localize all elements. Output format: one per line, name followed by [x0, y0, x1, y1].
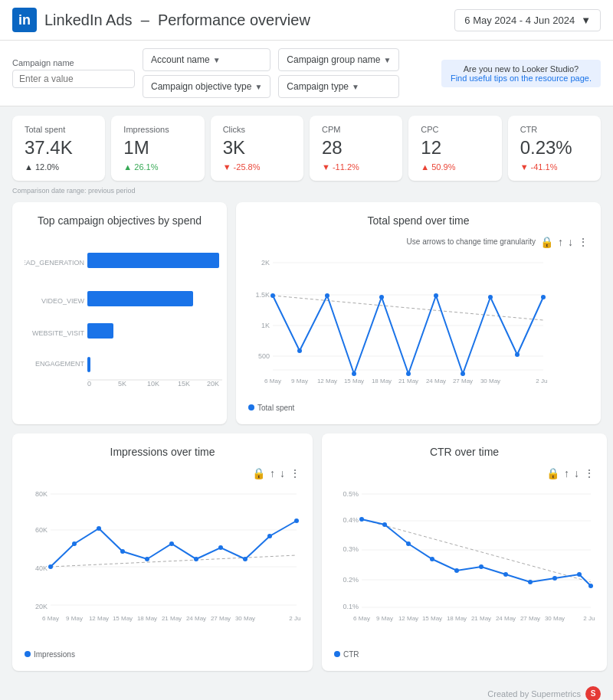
chevron-down-icon: ▼	[383, 56, 391, 64]
svg-point-86	[359, 517, 364, 522]
page-title: LinkedIn Ads – Performance overview	[44, 11, 310, 29]
metric-label: Total spent	[25, 125, 93, 134]
svg-point-58	[145, 557, 149, 561]
campaign-name-input[interactable]	[12, 70, 135, 88]
metric-label: CTR	[520, 125, 588, 134]
svg-text:0.4%: 0.4%	[343, 516, 359, 524]
svg-point-91	[479, 564, 484, 569]
date-range-arrow: ▼	[581, 15, 591, 26]
date-range-selector[interactable]: 6 May 2024 - 4 Jun 2024 ▼	[454, 9, 601, 31]
svg-text:24 May: 24 May	[496, 615, 516, 622]
comparison-text: Comparison date range: previous period	[12, 187, 601, 195]
svg-text:21 May: 21 May	[471, 615, 491, 622]
svg-text:1.5K: 1.5K	[255, 291, 270, 299]
supermetrics-icon: S	[585, 686, 601, 700]
svg-line-53	[51, 555, 297, 567]
svg-text:2 Jun: 2 Jun	[289, 615, 300, 622]
chevron-down-icon: ▼	[352, 83, 359, 91]
spend-chart-legend: Total spent	[248, 404, 588, 412]
svg-text:15 May: 15 May	[344, 378, 364, 384]
ctr-chart-svg: 0.5% 0.4% 0.3% 0.2% 0.1%	[334, 482, 595, 643]
svg-text:5K: 5K	[118, 380, 126, 388]
metric-label: Impressions	[123, 125, 192, 134]
svg-point-34	[541, 295, 546, 299]
down-arrow-icon[interactable]: ↓	[280, 467, 285, 479]
svg-text:9 May: 9 May	[291, 378, 308, 384]
svg-text:27 May: 27 May	[453, 378, 473, 384]
svg-text:ENGAGEMENT: ENGAGEMENT	[35, 360, 85, 368]
metric-card-cpm: CPM 28 ▼ -11.2%	[310, 116, 402, 181]
campaign-name-label: Campaign name	[12, 58, 135, 67]
account-name-dropdown[interactable]: Account name ▼	[143, 48, 270, 71]
spend-chart-svg: 2K 1.5K 1K 500	[248, 251, 547, 397]
up-arrow-icon[interactable]: ↑	[564, 467, 569, 479]
svg-point-62	[243, 557, 247, 561]
top-charts-row: Top campaign objectives by spend LEAD_GE…	[12, 202, 601, 424]
svg-text:9 May: 9 May	[66, 615, 83, 622]
main-content: Total spent 37.4K ▲ 12.0% Impressions 1M…	[0, 106, 613, 680]
svg-text:12 May: 12 May	[398, 615, 418, 622]
objective-type-dropdown[interactable]: Campaign objective type ▼	[143, 75, 270, 98]
svg-text:0: 0	[87, 380, 91, 388]
lock-icon[interactable]: 🔒	[546, 467, 559, 479]
more-icon[interactable]: ⋮	[290, 467, 300, 479]
metric-label: CPM	[322, 125, 390, 134]
svg-text:24 May: 24 May	[186, 615, 206, 622]
metric-value: 37.4K	[25, 137, 93, 159]
date-range-label: 6 May 2024 - 4 Jun 2024	[464, 15, 575, 26]
more-icon[interactable]: ⋮	[584, 467, 595, 479]
lock-icon[interactable]: 🔒	[252, 467, 265, 479]
svg-text:500: 500	[258, 352, 270, 360]
impressions-chart-title: Impressions over time	[25, 446, 300, 458]
campaign-group-dropdown[interactable]: Campaign group name ▼	[278, 48, 399, 71]
svg-text:0.1%: 0.1%	[343, 603, 359, 610]
impressions-chart-legend: Impressions	[25, 650, 300, 659]
metric-card-ctr: CTR 0.23% ▼ -41.1%	[508, 116, 601, 181]
svg-point-54	[48, 564, 53, 569]
svg-text:10K: 10K	[147, 380, 159, 388]
svg-point-33	[515, 352, 520, 357]
svg-point-92	[503, 572, 508, 577]
metric-card-clicks: Clicks 3K ▼ -25.8%	[211, 116, 303, 181]
metric-change: ▲ 50.9%	[421, 162, 489, 172]
svg-text:15 May: 15 May	[113, 615, 133, 622]
svg-point-61	[218, 545, 223, 550]
svg-text:0.5%: 0.5%	[343, 490, 359, 498]
impressions-chart-controls: 🔒 ↑ ↓ ⋮	[25, 467, 300, 479]
svg-text:0.3%: 0.3%	[343, 545, 359, 553]
svg-text:9 May: 9 May	[376, 615, 393, 622]
up-arrow-icon[interactable]: ↑	[558, 236, 563, 248]
svg-text:18 May: 18 May	[447, 615, 467, 622]
ctr-chart-controls: 🔒 ↑ ↓ ⋮	[334, 467, 595, 479]
up-arrow-icon[interactable]: ↑	[270, 467, 275, 479]
svg-point-89	[430, 557, 434, 561]
campaign-type-dropdown[interactable]: Campaign type ▼	[278, 75, 399, 98]
header-left: in LinkedIn Ads – Performance overview	[12, 8, 310, 32]
svg-point-88	[406, 541, 411, 546]
bar-chart-title: Top campaign objectives by spend	[25, 214, 215, 227]
metric-value: 3K	[223, 137, 291, 159]
svg-point-29	[406, 371, 411, 376]
more-icon[interactable]: ⋮	[578, 236, 588, 248]
svg-rect-4	[87, 253, 219, 268]
svg-text:VIDEO_VIEW: VIDEO_VIEW	[41, 297, 85, 305]
impressions-chart-card: Impressions over time 🔒 ↑ ↓ ⋮ 80K 60K 40…	[12, 433, 313, 671]
svg-text:15K: 15K	[178, 380, 190, 388]
svg-text:2 Jun: 2 Jun	[536, 378, 547, 384]
svg-text:20K: 20K	[207, 380, 219, 388]
metric-change: ▼ -25.8%	[223, 162, 291, 172]
metric-change: ▼ -11.2%	[322, 162, 390, 172]
svg-text:80K: 80K	[35, 490, 48, 498]
svg-point-57	[120, 549, 125, 554]
lock-icon[interactable]: 🔒	[540, 236, 553, 248]
svg-text:20K: 20K	[35, 603, 48, 610]
down-arrow-icon[interactable]: ↓	[574, 467, 579, 479]
metric-card-impressions: Impressions 1M ▲ 26.1%	[111, 116, 204, 181]
looker-tip-link[interactable]: Find useful tips on the resource page.	[451, 74, 592, 83]
down-arrow-icon[interactable]: ↓	[568, 236, 573, 248]
svg-text:2K: 2K	[261, 259, 270, 267]
svg-point-90	[454, 568, 459, 573]
bar-chart-svg: LEAD_GENERATION VIDEO_VIEW WEBSITE_VISIT…	[25, 236, 231, 389]
metric-label: Clicks	[223, 125, 291, 134]
svg-text:2 Jun: 2 Jun	[583, 615, 595, 622]
